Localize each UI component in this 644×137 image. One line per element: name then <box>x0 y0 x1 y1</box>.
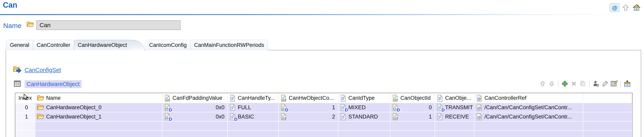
empty-cell[interactable] <box>279 122 338 131</box>
panel-border-left <box>6 50 6 137</box>
enum-icon <box>437 113 443 120</box>
row-index: 1 <box>25 114 28 120</box>
edit-button[interactable] <box>602 81 608 88</box>
index-cell[interactable]: 1 <box>15 112 35 122</box>
import-table-button[interactable] <box>624 81 631 88</box>
svg-text:@: @ <box>478 106 481 110</box>
default-value-badge: D <box>285 108 288 112</box>
empty-cell[interactable] <box>35 122 162 131</box>
empty-cell[interactable] <box>338 131 390 137</box>
move-down-button[interactable] <box>548 81 555 88</box>
empty-cell[interactable] <box>15 122 35 131</box>
empty-cell[interactable] <box>435 122 474 131</box>
empty-cell[interactable] <box>583 131 632 137</box>
column-header-Index[interactable]: Index <box>15 93 35 103</box>
column-header-CanIdType[interactable]: CanIdType <box>338 93 390 103</box>
cell-CanHandleTy...[interactable]: DBASIC <box>228 112 279 122</box>
move-up-button[interactable] <box>539 81 546 88</box>
svg-text:123: 123 <box>282 117 286 120</box>
enum-icon <box>229 104 236 111</box>
tab-CanController[interactable]: CanController <box>33 40 74 50</box>
table-edit-icon <box>610 80 618 88</box>
cell-CanHwObjectCo...[interactable]: 123D1 <box>279 103 338 112</box>
column-header-CanObje...[interactable]: CanObje... <box>435 93 474 103</box>
title-separator <box>0 14 644 15</box>
cell-CanFdPaddingValue[interactable]: FFD0x0 <box>162 103 228 112</box>
cell-CanObje...[interactable]: RECEIVE <box>435 112 474 122</box>
empty-cell[interactable] <box>338 122 390 131</box>
name-input[interactable]: Can <box>36 20 180 30</box>
mail-button[interactable]: @ <box>610 3 620 12</box>
cell-empty[interactable] <box>583 103 632 112</box>
delete-button[interactable] <box>570 81 577 88</box>
cell-value: FULL <box>238 104 251 111</box>
column-header-CanControllerRef[interactable]: @CanControllerRef <box>474 93 583 103</box>
rename-user-button[interactable] <box>592 81 600 88</box>
empty-cell[interactable] <box>435 131 474 137</box>
empty-cell[interactable] <box>279 131 338 137</box>
table-import-icon <box>624 80 631 88</box>
copy-button[interactable] <box>580 81 586 88</box>
empty-table-row[interactable] <box>15 131 632 137</box>
empty-cell[interactable] <box>15 131 35 137</box>
column-header-CanObjectId[interactable]: 123CanObjectId <box>390 93 435 103</box>
empty-cell[interactable] <box>390 131 435 137</box>
navigate-up-button[interactable] <box>621 3 630 12</box>
cell-value: /Can/Can/CanConfigSet/CanContr... <box>484 104 572 111</box>
empty-cell[interactable] <box>162 122 228 131</box>
cell-CanControllerRef[interactable]: @/Can/Can/CanConfigSet/CanContr... <box>474 103 583 112</box>
table-row[interactable]: 0CanHardwareObject_0FFD0x0FULL123D1DMIXE… <box>15 103 632 112</box>
cell-CanHandleTy...[interactable]: FULL <box>228 103 279 112</box>
column-header-CanFdPaddingValue[interactable]: 123CanFdPaddingValue <box>162 93 228 103</box>
table-row[interactable]: 1CanHardwareObject_1FFD0x0DBASIC1232STAN… <box>15 112 632 122</box>
tab-General[interactable]: General <box>6 40 33 50</box>
empty-cell[interactable] <box>162 131 228 137</box>
empty-table-row[interactable] <box>15 122 632 131</box>
cell-Name[interactable]: CanHardwareObject_0 <box>35 103 162 112</box>
name-field-label: Name <box>3 22 22 30</box>
list-toolbar <box>539 80 631 88</box>
tab-label: CanController <box>37 42 70 48</box>
tab-CanHardwareObject[interactable]: CanHardwareObject <box>74 40 132 50</box>
cell-CanHwObjectCo...[interactable]: 1232 <box>279 112 338 122</box>
row-index: 0 <box>25 104 28 111</box>
cell-CanObje...[interactable]: DTRANSMIT <box>435 103 474 112</box>
cell-CanControllerRef[interactable]: @/Can/Can/CanConfigSet/CanContr... <box>474 112 583 122</box>
folder-icon <box>37 95 44 101</box>
empty-cell[interactable] <box>228 131 279 137</box>
empty-cell[interactable] <box>35 131 162 137</box>
pencil-icon <box>602 80 608 88</box>
cell-CanFdPaddingValue[interactable]: FFD0x0 <box>162 112 228 122</box>
edit-table-button[interactable] <box>611 81 618 88</box>
column-header-CanHandleTy...[interactable]: CanHandleTy... <box>228 93 279 103</box>
svg-text:FF: FF <box>166 117 169 120</box>
empty-cell[interactable] <box>583 122 632 131</box>
column-header-Name[interactable]: Name <box>35 93 162 103</box>
cell-CanObjectId[interactable]: 123D0 <box>390 103 435 112</box>
cell-value: 0x0 <box>216 114 227 120</box>
cell-CanObjectId[interactable]: 1231 <box>390 112 435 122</box>
list-title[interactable]: CanHardwareObject <box>24 80 82 88</box>
empty-cell[interactable] <box>390 122 435 131</box>
config-set-link[interactable]: CanConfigSet <box>24 67 61 73</box>
tab-CanIcomConfig[interactable]: CanIcomConfig <box>146 40 190 50</box>
cell-empty[interactable] <box>583 112 632 122</box>
cell-CanIdType[interactable]: DMIXED <box>338 103 390 112</box>
empty-cell[interactable] <box>474 122 583 131</box>
default-value-badge: D <box>169 108 172 112</box>
tab-CanMainFunctionRWPeriods[interactable]: CanMainFunctionRWPeriods <box>190 40 268 50</box>
tab-label: CanIcomConfig <box>149 42 186 48</box>
delete-icon <box>570 80 577 88</box>
index-cell[interactable]: 0 <box>15 103 35 112</box>
add-button[interactable] <box>562 81 568 88</box>
cell-CanIdType[interactable]: STANDARD <box>338 112 390 122</box>
home-button[interactable] <box>632 3 641 12</box>
name-input-value: Can <box>37 22 50 28</box>
cell-value: 0x0 <box>216 104 227 111</box>
cell-Name[interactable]: CanHardwareObject_1 <box>35 112 162 122</box>
empty-cell[interactable] <box>228 122 279 131</box>
column-header-CanHwObjectCo...[interactable]: 123CanHwObjectCo... <box>279 93 338 103</box>
column-header-empty[interactable] <box>583 93 632 103</box>
empty-cell[interactable] <box>474 131 583 137</box>
cell-value: BASIC <box>238 114 254 120</box>
